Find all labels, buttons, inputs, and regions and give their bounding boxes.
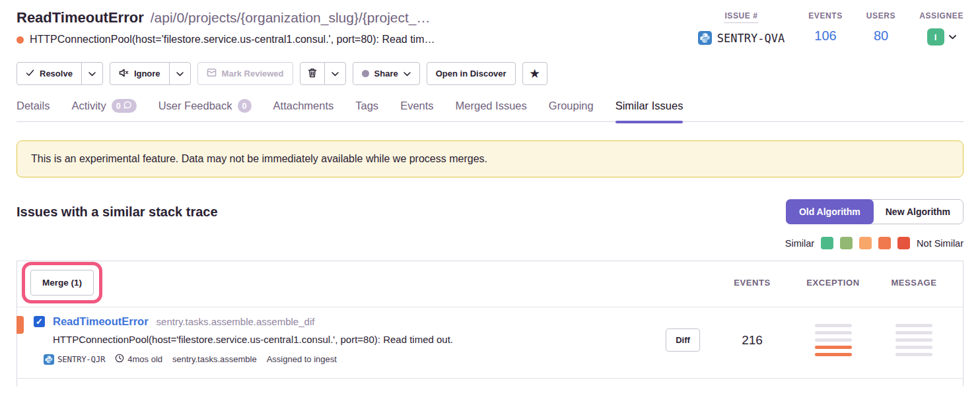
python-project-icon — [698, 31, 712, 45]
stat-issue-number: ISSUE # SENTRY-QVA — [698, 11, 785, 46]
column-header-events: EVENTS — [713, 278, 792, 288]
row-checkbox[interactable]: ✓ — [34, 316, 45, 327]
issue-transaction-path: /api/0/projects/{organization_slug}/{pro… — [151, 10, 431, 26]
new-algorithm-button[interactable]: New Algorithm — [873, 200, 963, 224]
message-similarity-spectrum — [895, 324, 932, 356]
row-events-count: 216 — [742, 333, 763, 348]
issue-age: 4mos old — [115, 354, 162, 365]
bookmark-star-button[interactable]: ★ — [522, 62, 547, 85]
ignore-dropdown-button[interactable] — [169, 62, 191, 85]
star-icon: ★ — [530, 69, 540, 79]
similarity-bar — [815, 331, 852, 334]
issue-assigned-to: Assigned to ingest — [267, 354, 337, 364]
delete-button[interactable] — [300, 62, 325, 85]
legend-swatch — [859, 237, 872, 249]
similarity-bar — [815, 338, 852, 342]
feedback-count-badge: 0 — [238, 99, 252, 113]
similarity-bar — [815, 346, 852, 349]
column-header-message: MESSAGE — [874, 278, 954, 288]
section-title: Issues with a similar stack trace — [17, 204, 218, 220]
legend-swatch — [897, 237, 910, 249]
python-project-icon — [44, 354, 54, 365]
similarity-bar — [895, 353, 932, 356]
resolve-dropdown-button[interactable] — [81, 62, 103, 85]
events-label: EVENTS — [808, 11, 843, 20]
similarity-legend: Similar Not Similar — [17, 237, 963, 249]
similar-issue-message: HTTPConnectionPool(host='filestore.servi… — [53, 334, 640, 345]
similar-issue-title-link[interactable]: ReadTimeoutError — [53, 315, 149, 328]
issue-short-id: SENTRY-QVA — [698, 31, 785, 45]
tab-attachments[interactable]: Attachments — [273, 99, 334, 121]
tab-tags[interactable]: Tags — [355, 99, 378, 121]
old-algorithm-button[interactable]: Old Algorithm — [786, 199, 874, 224]
delete-button-group — [300, 62, 346, 85]
diff-button[interactable]: Diff — [666, 329, 700, 352]
stat-events: EVENTS 106 — [808, 11, 843, 46]
issue-stats: ISSUE # SENTRY-QVA EVENTS 106 USERS 80 A… — [698, 9, 963, 46]
mute-icon — [119, 69, 129, 79]
chevron-down-icon — [949, 35, 956, 40]
project-short-id: SENTRY-QJR — [44, 354, 105, 365]
issue-subtitle: HTTPConnectionPool(host='filestore.servi… — [30, 34, 435, 46]
error-level-bar — [17, 316, 24, 334]
activity-count-badge: 0 — [112, 99, 137, 113]
legend-swatch — [840, 237, 853, 249]
issue-page: ReadTimeoutError /api/0/projects/{organi… — [0, 9, 980, 387]
action-toolbar: Resolve Ignore Mark Reviewed Share O — [17, 62, 963, 85]
similarity-bar — [895, 338, 932, 342]
events-count[interactable]: 106 — [814, 28, 836, 44]
users-count[interactable]: 80 — [874, 28, 888, 44]
open-in-discover-button[interactable]: Open in Discover — [427, 62, 516, 85]
algorithm-toggle: Old Algorithm New Algorithm — [786, 199, 963, 224]
comment-bubble-icon — [123, 101, 132, 111]
chevron-down-icon — [176, 69, 184, 78]
issue-task: sentry.tasks.assemble — [172, 354, 257, 364]
chevron-down-icon — [88, 69, 96, 78]
issue-header: ReadTimeoutError /api/0/projects/{organi… — [17, 9, 963, 46]
issue-tabs: Details Activity 0 User Feedback 0 Attac… — [17, 99, 963, 122]
similarity-bar — [895, 346, 932, 349]
check-icon — [26, 69, 34, 78]
panel-header: Merge (1) EVENTS EXCEPTION MESSAGE — [17, 261, 963, 307]
next-row-gap — [17, 379, 963, 387]
merge-button[interactable]: Merge (1) — [30, 270, 94, 296]
legend-similar-label: Similar — [785, 238, 814, 249]
tab-user-feedback[interactable]: User Feedback 0 — [158, 99, 252, 121]
assignee-label: ASSIGNEE — [919, 11, 963, 20]
share-button[interactable]: Share — [353, 62, 420, 85]
tab-similar-issues[interactable]: Similar Issues — [615, 99, 683, 121]
ignore-button-group: Ignore — [110, 62, 191, 85]
similarity-legend-swatches — [821, 237, 910, 249]
similar-issue-culprit: sentry.tasks.assemble.assemble_dif — [157, 316, 315, 327]
issue-title-block: ReadTimeoutError /api/0/projects/{organi… — [17, 9, 435, 46]
archive-icon — [207, 68, 217, 79]
column-headers: EVENTS EXCEPTION MESSAGE — [713, 278, 963, 288]
similarity-bar — [895, 324, 932, 327]
tab-details[interactable]: Details — [17, 99, 50, 121]
similar-issues-panel: Merge (1) EVENTS EXCEPTION MESSAGE ✓ Rea… — [17, 261, 963, 387]
assignee-dropdown[interactable]: I — [927, 28, 956, 46]
mark-reviewed-button[interactable]: Mark Reviewed — [197, 62, 293, 85]
issue-number-label: ISSUE # — [724, 11, 757, 23]
exception-similarity-spectrum — [815, 324, 852, 356]
experimental-feature-alert: This is an experimental feature. Data ma… — [17, 141, 963, 177]
chevron-down-icon — [332, 69, 339, 78]
tab-merged-issues[interactable]: Merged Issues — [456, 99, 527, 121]
issue-short-id-text: SENTRY-QVA — [717, 32, 785, 45]
delete-dropdown-button[interactable] — [324, 62, 346, 85]
stat-assignee: ASSIGNEE I — [919, 11, 963, 46]
column-header-exception: EXCEPTION — [792, 278, 874, 288]
resolve-button[interactable]: Resolve — [17, 62, 82, 85]
project-short-id-text: SENTRY-QJR — [57, 354, 105, 364]
users-label: USERS — [866, 11, 895, 20]
error-level-dot — [17, 36, 24, 44]
clock-icon — [115, 354, 124, 365]
tab-grouping[interactable]: Grouping — [549, 99, 594, 121]
assignee-avatar[interactable]: I — [927, 28, 944, 46]
tab-activity[interactable]: Activity 0 — [71, 99, 136, 121]
ignore-button[interactable]: Ignore — [110, 62, 170, 85]
resolve-button-group: Resolve — [17, 62, 103, 85]
similar-issue-row: ✓ ReadTimeoutError sentry.tasks.assemble… — [17, 307, 963, 379]
tab-events[interactable]: Events — [400, 99, 433, 121]
legend-swatch — [821, 237, 833, 249]
